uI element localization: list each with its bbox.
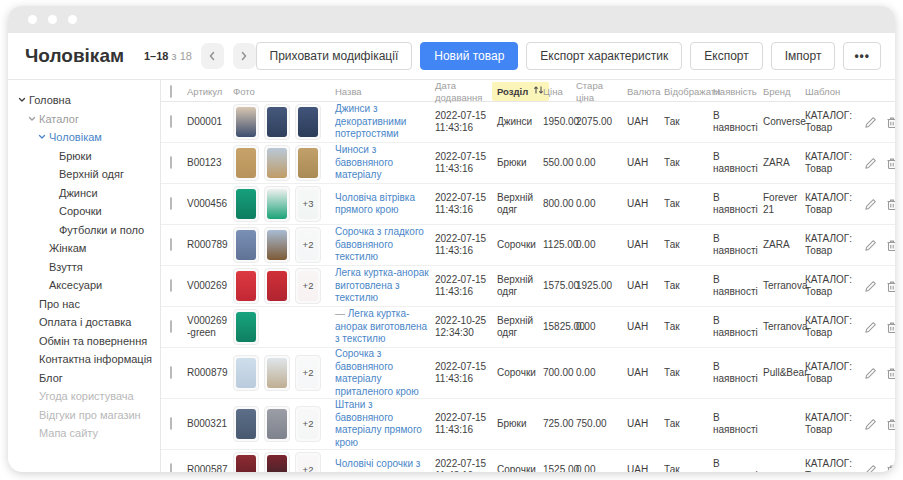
product-photo[interactable] [233, 104, 259, 140]
edit-icon[interactable] [864, 321, 877, 334]
column-header-name[interactable]: Назва [335, 86, 435, 98]
column-header-brand[interactable]: Бренд [763, 86, 805, 98]
product-photo[interactable] [264, 186, 290, 222]
column-header-price[interactable]: Ціна [543, 86, 576, 98]
column-header-currency[interactable]: Валюта [627, 86, 664, 98]
delete-icon[interactable] [886, 280, 895, 293]
sidebar-item[interactable]: Джинси [8, 184, 160, 203]
product-photo[interactable] [233, 268, 259, 304]
select-all-checkbox[interactable] [170, 85, 172, 98]
product-photo[interactable] [264, 104, 290, 140]
sidebar-item[interactable]: Відгуки про магазин [8, 406, 160, 425]
column-header-section[interactable]: Розділ [497, 82, 543, 101]
product-photo[interactable] [295, 145, 321, 181]
row-checkbox[interactable] [170, 320, 172, 333]
product-photo[interactable] [264, 145, 290, 181]
row-checkbox[interactable] [170, 197, 172, 210]
column-header-display[interactable]: Відображати [664, 86, 713, 98]
product-photo[interactable] [233, 406, 259, 442]
delete-icon[interactable] [886, 239, 895, 252]
product-photo[interactable] [264, 452, 290, 472]
sidebar-item[interactable]: Взуття [8, 258, 160, 277]
product-photo[interactable] [233, 145, 259, 181]
column-header-availability[interactable]: Наявність [713, 86, 763, 98]
new-product-button[interactable]: Новий товар [420, 42, 518, 70]
product-link[interactable]: Легка куртка-анорак виготовлена з тексти… [335, 308, 427, 344]
delete-icon[interactable] [886, 464, 895, 473]
edit-icon[interactable] [864, 280, 877, 293]
product-photo[interactable] [233, 452, 259, 472]
delete-icon[interactable] [886, 321, 895, 334]
prev-page-button[interactable] [201, 43, 224, 69]
sidebar-item[interactable]: Жінкам [8, 239, 160, 258]
hide-modifications-button[interactable]: Приховати модифікації [256, 42, 413, 70]
product-photo[interactable] [264, 227, 290, 263]
row-checkbox[interactable] [170, 366, 172, 379]
sidebar-item[interactable]: Каталог [8, 110, 160, 129]
sidebar-item[interactable]: Обмін та повернення [8, 332, 160, 351]
product-photo[interactable]: +2 [295, 227, 321, 263]
row-checkbox[interactable] [170, 463, 172, 472]
product-photo[interactable]: +3 [295, 186, 321, 222]
sidebar-item[interactable]: Контактна інформація [8, 350, 160, 369]
product-photo[interactable] [233, 309, 259, 345]
sidebar-item[interactable]: Про нас [8, 295, 160, 314]
product-link[interactable]: Чоловіча вітрівка прямого крою [335, 192, 415, 216]
column-header-date[interactable]: Дата додавання [435, 80, 497, 104]
product-photo[interactable] [233, 186, 259, 222]
import-button[interactable]: Імпорт [771, 42, 836, 70]
product-photo[interactable]: +2 [295, 355, 321, 391]
row-checkbox[interactable] [170, 417, 172, 430]
column-header-template[interactable]: Шаблон [805, 86, 864, 98]
column-header-photo[interactable]: Фото [233, 86, 335, 98]
delete-icon[interactable] [886, 116, 895, 129]
edit-icon[interactable] [864, 157, 877, 170]
sidebar-item[interactable]: Мапа сайту [8, 424, 160, 443]
delete-icon[interactable] [886, 418, 895, 431]
row-checkbox[interactable] [170, 279, 172, 292]
product-link[interactable]: Джинси з декоративними потертостями [335, 103, 406, 139]
sidebar-item[interactable]: Аксесуари [8, 276, 160, 295]
product-photo[interactable] [233, 227, 259, 263]
product-link[interactable]: Чиноси з бавовняного матеріалу [335, 144, 393, 180]
sidebar-item[interactable]: Головна [8, 91, 160, 110]
edit-icon[interactable] [864, 198, 877, 211]
sidebar-item[interactable]: Брюки [8, 147, 160, 166]
export-button[interactable]: Експорт [690, 42, 762, 70]
product-link[interactable]: Штани з бавовняного матеріалу прямого кр… [335, 399, 422, 448]
product-photo[interactable]: +2 [295, 406, 321, 442]
column-header-article[interactable]: Артикул [187, 86, 233, 98]
sidebar-item[interactable]: Блог [8, 369, 160, 388]
edit-icon[interactable] [864, 367, 877, 380]
row-checkbox[interactable] [170, 238, 172, 251]
delete-icon[interactable] [886, 198, 895, 211]
sidebar-item[interactable]: Чоловікам [8, 128, 160, 147]
row-checkbox[interactable] [170, 115, 172, 128]
product-link[interactable]: Сорочка з гладкого бавовняного текстилю [335, 226, 424, 262]
row-checkbox[interactable] [170, 156, 172, 169]
export-characteristics-button[interactable]: Експорт характеристик [526, 42, 682, 70]
sorted-column-pill[interactable]: Розділ [492, 82, 549, 101]
product-photo[interactable] [264, 355, 290, 391]
edit-icon[interactable] [864, 418, 877, 431]
sidebar-item[interactable]: Угода користувача [8, 387, 160, 406]
sidebar-item[interactable]: Сорочки [8, 202, 160, 221]
delete-icon[interactable] [886, 367, 895, 380]
product-photo[interactable] [264, 406, 290, 442]
edit-icon[interactable] [864, 239, 877, 252]
edit-icon[interactable] [864, 464, 877, 473]
column-header-old-price[interactable]: Стара ціна [576, 80, 627, 104]
product-photo[interactable] [233, 355, 259, 391]
more-actions-button[interactable]: ••• [843, 42, 881, 70]
edit-icon[interactable] [864, 116, 877, 129]
product-photo[interactable] [295, 104, 321, 140]
sidebar-item[interactable]: Оплата і доставка [8, 313, 160, 332]
product-photo[interactable] [264, 268, 290, 304]
product-photo[interactable]: +2 [295, 268, 321, 304]
product-link[interactable]: Чоловічі сорочки з легкого текстилю [335, 458, 420, 473]
delete-icon[interactable] [886, 157, 895, 170]
sidebar-item[interactable]: Верхній одяг [8, 165, 160, 184]
sidebar-item[interactable]: Футболки и поло [8, 221, 160, 240]
product-link[interactable]: Сорочка з бавовняного матеріалу притален… [335, 348, 419, 397]
product-link[interactable]: Легка куртка-анорак виготовлена з тексти… [335, 267, 429, 303]
